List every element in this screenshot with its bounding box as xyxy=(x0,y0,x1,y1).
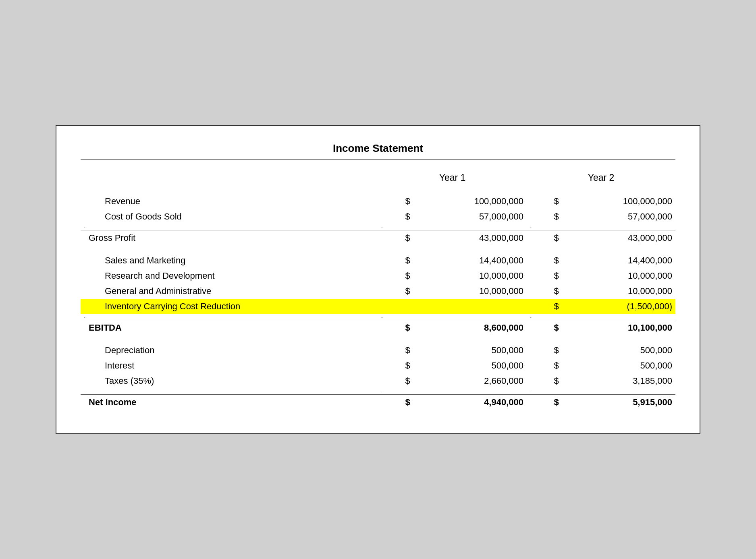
net-income-val2: 5,915,000 xyxy=(562,394,675,410)
depreciation-sign1: $ xyxy=(378,343,413,358)
taxes-sign2: $ xyxy=(527,373,562,389)
ga-sign1: $ xyxy=(378,284,413,299)
gross-profit-label: Gross Profit xyxy=(81,230,378,246)
ga-sign2: $ xyxy=(527,284,562,299)
taxes-val1: 2,660,000 xyxy=(413,373,527,389)
rd-val2: 10,000,000 xyxy=(562,268,675,284)
taxes-val2: 3,185,000 xyxy=(562,373,675,389)
inventory-val2: (1,500,000) xyxy=(562,299,675,314)
taxes-sign1: $ xyxy=(378,373,413,389)
net-income-row: Net Income $ 4,940,000 $ 5,915,000 xyxy=(81,394,675,410)
gross-profit-sign2: $ xyxy=(527,230,562,246)
cogs-label: Cost of Goods Sold xyxy=(81,209,378,224)
spacer-2 xyxy=(81,246,675,253)
sales-marketing-sign1: $ xyxy=(378,253,413,268)
dash-row-1: --- xyxy=(81,224,675,230)
spacer-3 xyxy=(81,335,675,343)
ga-row: General and Administrative $ 10,000,000 … xyxy=(81,284,675,299)
sales-marketing-val1: 14,400,000 xyxy=(413,253,527,268)
rd-row: Research and Development $ 10,000,000 $ … xyxy=(81,268,675,284)
gross-profit-row: Gross Profit $ 43,000,000 $ 43,000,000 xyxy=(81,230,675,246)
gross-profit-sign1: $ xyxy=(378,230,413,246)
interest-sign1: $ xyxy=(378,358,413,373)
revenue-sign2: $ xyxy=(527,194,562,209)
rd-val1: 10,000,000 xyxy=(413,268,527,284)
ebitda-val2: 10,100,000 xyxy=(562,320,675,335)
ebitda-sign1: $ xyxy=(378,320,413,335)
ga-label: General and Administrative xyxy=(81,284,378,299)
ebitda-sign2: $ xyxy=(527,320,562,335)
depreciation-val2: 500,000 xyxy=(562,343,675,358)
revenue-label: Revenue xyxy=(81,194,378,209)
interest-val1: 500,000 xyxy=(413,358,527,373)
year1-header: Year 1 xyxy=(378,168,527,186)
revenue-val1: 100,000,000 xyxy=(413,194,527,209)
inventory-sign1 xyxy=(378,299,413,314)
interest-sign2: $ xyxy=(527,358,562,373)
column-header-row: Year 1 Year 2 xyxy=(81,168,675,186)
ga-val2: 10,000,000 xyxy=(562,284,675,299)
cogs-sign2: $ xyxy=(527,209,562,224)
ebitda-val1: 8,600,000 xyxy=(413,320,527,335)
sales-marketing-sign2: $ xyxy=(527,253,562,268)
ebitda-row: EBITDA $ 8,600,000 $ 10,100,000 xyxy=(81,320,675,335)
depreciation-val1: 500,000 xyxy=(413,343,527,358)
net-income-sign2: $ xyxy=(527,394,562,410)
cogs-sign1: $ xyxy=(378,209,413,224)
sales-marketing-val2: 14,400,000 xyxy=(562,253,675,268)
depreciation-label: Depreciation xyxy=(81,343,378,358)
revenue-row: Revenue $ 100,000,000 $ 100,000,000 xyxy=(81,194,675,209)
interest-label: Interest xyxy=(81,358,378,373)
taxes-row: Taxes (35%) $ 2,660,000 $ 3,185,000 xyxy=(81,373,675,389)
income-statement-table: Year 1 Year 2 Revenue $ 100,000,000 $ 10… xyxy=(81,168,675,417)
depreciation-row: Depreciation $ 500,000 $ 500,000 xyxy=(81,343,675,358)
inventory-val1 xyxy=(413,299,527,314)
rd-sign1: $ xyxy=(378,268,413,284)
ga-val1: 10,000,000 xyxy=(413,284,527,299)
interest-val2: 500,000 xyxy=(562,358,675,373)
spacer-1 xyxy=(81,186,675,194)
sales-marketing-row: Sales and Marketing $ 14,400,000 $ 14,40… xyxy=(81,253,675,268)
net-income-sign1: $ xyxy=(378,394,413,410)
dash-row-2: --- xyxy=(81,314,675,320)
interest-row: Interest $ 500,000 $ 500,000 xyxy=(81,358,675,373)
depreciation-sign2: $ xyxy=(527,343,562,358)
net-income-val1: 4,940,000 xyxy=(413,394,527,410)
year2-header: Year 2 xyxy=(527,168,675,186)
dash-row-3: --- xyxy=(81,389,675,395)
inventory-label: Inventory Carrying Cost Reduction xyxy=(81,299,378,314)
cogs-val1: 57,000,000 xyxy=(413,209,527,224)
taxes-label: Taxes (35%) xyxy=(81,373,378,389)
inventory-sign2: $ xyxy=(527,299,562,314)
cogs-val2: 57,000,000 xyxy=(562,209,675,224)
rd-sign2: $ xyxy=(527,268,562,284)
gross-profit-val1: 43,000,000 xyxy=(413,230,527,246)
spacer-bottom xyxy=(81,410,675,417)
inventory-row: Inventory Carrying Cost Reduction $ (1,5… xyxy=(81,299,675,314)
rd-label: Research and Development xyxy=(81,268,378,284)
sales-marketing-label: Sales and Marketing xyxy=(81,253,378,268)
gross-profit-val2: 43,000,000 xyxy=(562,230,675,246)
cogs-row: Cost of Goods Sold $ 57,000,000 $ 57,000… xyxy=(81,209,675,224)
page-title: Income Statement xyxy=(81,142,675,160)
net-income-label: Net Income xyxy=(81,394,378,410)
ebitda-label: EBITDA xyxy=(81,320,378,335)
revenue-sign1: $ xyxy=(378,194,413,209)
revenue-val2: 100,000,000 xyxy=(562,194,675,209)
income-statement-container: Income Statement Year 1 Year 2 Revenue $… xyxy=(56,125,700,434)
